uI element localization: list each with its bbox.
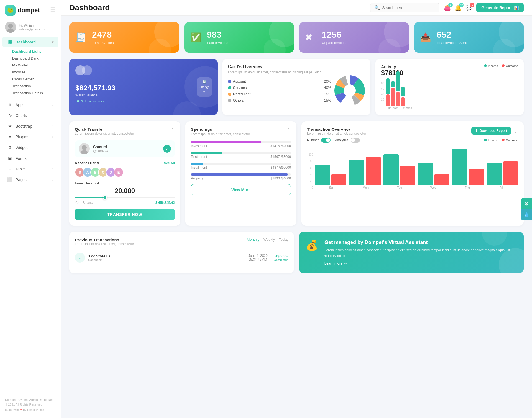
tab-today[interactable]: Today bbox=[279, 237, 288, 243]
spendings-card: Spendings Lorem ipsum dolor sit amet, co… bbox=[185, 121, 296, 226]
cards-overview-card: Card's Overview Lorem ipsum dolor sit am… bbox=[222, 59, 371, 115]
settings-fab-icon: ⚙ bbox=[524, 201, 529, 207]
see-all-link[interactable]: See All bbox=[164, 161, 175, 165]
to-outcome-wed bbox=[434, 174, 450, 185]
submenu-dashboard-dark[interactable]: Dashboard Dark bbox=[10, 55, 61, 62]
overview-row-account: Account 20% bbox=[228, 79, 331, 83]
view-more-button[interactable]: View More bbox=[191, 184, 291, 195]
spending-property: Property $3890 /$4000 bbox=[191, 173, 291, 180]
made-with-text: Made with bbox=[5, 407, 19, 412]
change-button[interactable]: 🔄 Change ▾ bbox=[197, 77, 212, 97]
page-title: Dashboard bbox=[69, 3, 366, 12]
footer-text: Dompet Payment Admin Dashboard bbox=[5, 398, 56, 402]
va-learn-more-link[interactable]: Learn more >> bbox=[324, 261, 517, 265]
tab-monthly[interactable]: Monthly bbox=[247, 237, 259, 243]
generate-report-button[interactable]: Generate Report 📊 bbox=[476, 3, 524, 12]
bootstrap-label: Bootstrap bbox=[16, 124, 32, 129]
submenu-my-wallet[interactable]: My Wallet bbox=[10, 62, 61, 69]
to-outcome-sun bbox=[331, 174, 347, 185]
brand-name: dompet bbox=[18, 7, 40, 14]
sidebar-item-pages[interactable]: ⬜ Pages › bbox=[2, 175, 58, 185]
to-bar-tue bbox=[383, 154, 415, 185]
sidebar-item-table[interactable]: ≡ Table › bbox=[2, 164, 58, 174]
overview-row-others: Others 15% bbox=[228, 98, 331, 102]
va-icon: 💰 bbox=[306, 240, 319, 251]
to-menu[interactable]: ⋮ bbox=[513, 128, 518, 134]
submenu-transaction-details[interactable]: Transaction Details bbox=[10, 89, 61, 96]
chat-icon-btn[interactable]: 💬 5 bbox=[466, 4, 472, 11]
search-input[interactable] bbox=[382, 6, 426, 10]
to-income-tue bbox=[383, 154, 399, 185]
avatar bbox=[5, 22, 16, 33]
sidebar-item-widget[interactable]: ⚙ Widget › bbox=[2, 142, 58, 153]
account-dot bbox=[228, 80, 231, 83]
search-box[interactable]: 🔍 bbox=[370, 3, 439, 12]
to-outcome-fri bbox=[503, 161, 518, 185]
analytics-toggle[interactable] bbox=[351, 138, 360, 143]
tx-amount: +$5,553 bbox=[275, 254, 288, 258]
bar-group-mon bbox=[391, 81, 395, 106]
qt-user-avatar bbox=[79, 143, 90, 154]
submenu-invoices[interactable]: Invoices bbox=[10, 69, 61, 76]
number-toggle[interactable] bbox=[321, 138, 331, 143]
stat-card-total-invoices: 🧾 2478 Total Invoices bbox=[69, 22, 179, 53]
apps-label: Apps bbox=[16, 102, 24, 107]
bell-icon-btn[interactable]: 🔔 12 bbox=[455, 4, 462, 11]
qt-user-name: Samuel bbox=[93, 145, 108, 149]
sidebar-item-forms[interactable]: ▣ Forms › bbox=[2, 153, 58, 163]
svg-point-0 bbox=[8, 24, 13, 29]
to-income-sun bbox=[315, 165, 330, 185]
transfer-now-button[interactable]: TRANSFER NOW bbox=[75, 209, 175, 220]
tx-status: Completed bbox=[274, 258, 288, 261]
to-header: Transaction Overview Lorem ipsum dolor s… bbox=[307, 127, 518, 135]
refresh-icon: 🔄 bbox=[202, 80, 206, 84]
generate-report-label: Generate Report bbox=[481, 6, 512, 10]
income-bar-sun bbox=[386, 78, 390, 94]
tab-weekly[interactable]: Weekly bbox=[263, 237, 275, 243]
outcome-bar-mon bbox=[391, 88, 395, 106]
services-dot bbox=[228, 86, 231, 89]
quick-transfer-menu[interactable]: ⋮ bbox=[170, 127, 175, 133]
submenu-dashboard-light[interactable]: Dashboard Light bbox=[10, 48, 61, 55]
wallet-icon-btn[interactable]: 👛 2 bbox=[444, 4, 451, 11]
total-invoices-label: Total Invoices bbox=[92, 41, 114, 45]
svg-point-7 bbox=[82, 145, 87, 150]
spending-installment: Installment $487 /$10000 bbox=[191, 163, 291, 170]
plugins-arrow: › bbox=[52, 135, 53, 139]
activity-amount: $78120 bbox=[381, 69, 403, 77]
activity-card: Activity $78120 Income Outcome 80 60 40 … bbox=[375, 59, 524, 115]
stat-cards: 🧾 2478 Total Invoices ✅ 983 Paid Invoice… bbox=[69, 22, 524, 53]
hamburger-menu[interactable]: ☰ bbox=[50, 7, 56, 14]
wallet-card: $824,571.93 Wallet Balance +0.8% than la… bbox=[69, 59, 218, 115]
submenu-cards-center[interactable]: Cards Center bbox=[10, 76, 61, 83]
sidebar-item-apps[interactable]: ℹ Apps › bbox=[2, 99, 58, 110]
balance-value: $ 456,345.62 bbox=[155, 201, 175, 205]
spendings-desc: Lorem ipsum dolor sit amet, consectetur bbox=[191, 132, 250, 136]
dashboard-label: Dashboard bbox=[16, 40, 36, 44]
outcome-bar-sun bbox=[386, 94, 390, 106]
sidebar-item-dashboard[interactable]: ▦ Dashboard ▾ bbox=[2, 37, 58, 47]
wallet-label: Wallet Balance bbox=[75, 93, 211, 97]
spendings-menu[interactable]: ⋮ bbox=[286, 127, 291, 133]
user-greeting: Hi, William bbox=[19, 24, 45, 27]
qt-user-handle: @sam224 bbox=[93, 149, 108, 153]
change-label: Change bbox=[199, 85, 210, 89]
download-label: Download Report bbox=[480, 129, 507, 133]
amount-slider[interactable] bbox=[75, 197, 175, 198]
drop-fab-button[interactable]: 💧 bbox=[521, 209, 532, 220]
paid-invoices-number: 983 bbox=[207, 30, 228, 40]
activity-legend: Income Outcome bbox=[484, 64, 518, 68]
sidebar-item-bootstrap[interactable]: ★ Bootstrap › bbox=[2, 121, 58, 131]
activity-x-labels: Sun Mon Tue Wed bbox=[386, 107, 518, 110]
quick-transfer-card: Quick Transfer Lorem ipsum dolor sit ame… bbox=[69, 121, 180, 226]
sidebar-item-plugins[interactable]: ♥ Plugins › bbox=[2, 132, 58, 142]
submenu-transaction[interactable]: Transaction bbox=[10, 83, 61, 89]
sidebar-item-charts[interactable]: ∿ Charts › bbox=[2, 110, 58, 120]
download-report-button[interactable]: ⬇ Download Report bbox=[471, 127, 511, 135]
to-x-labels: Sun Mon Tue Wed Thu Fri bbox=[315, 186, 518, 189]
to-controls: Number Analytics Income Outcome bbox=[307, 138, 518, 143]
to-legend: Income Outcome bbox=[484, 139, 518, 142]
settings-fab-button[interactable]: ⚙ bbox=[521, 198, 532, 209]
unpaid-invoices-icon: ✖ bbox=[305, 32, 317, 43]
to-income-fri bbox=[487, 163, 502, 185]
